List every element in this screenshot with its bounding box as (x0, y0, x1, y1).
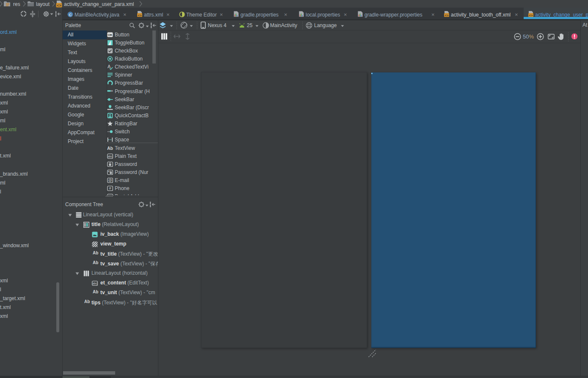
svg-text:@: @ (108, 178, 112, 182)
svg-text:<>: <> (529, 14, 533, 17)
svg-text:#: # (109, 186, 111, 190)
svg-text:OK: OK (108, 33, 113, 37)
svg-text:abc: abc (108, 155, 113, 158)
svg-text:<>: <> (138, 14, 142, 17)
svg-text:#: # (108, 170, 110, 173)
svg-text:Ab: Ab (107, 146, 113, 151)
svg-text:<>: <> (57, 3, 61, 8)
svg-text:<>: <> (444, 14, 449, 17)
svg-text:abc: abc (93, 282, 97, 285)
svg-text:C: C (69, 12, 72, 17)
svg-text:A: A (108, 64, 111, 69)
